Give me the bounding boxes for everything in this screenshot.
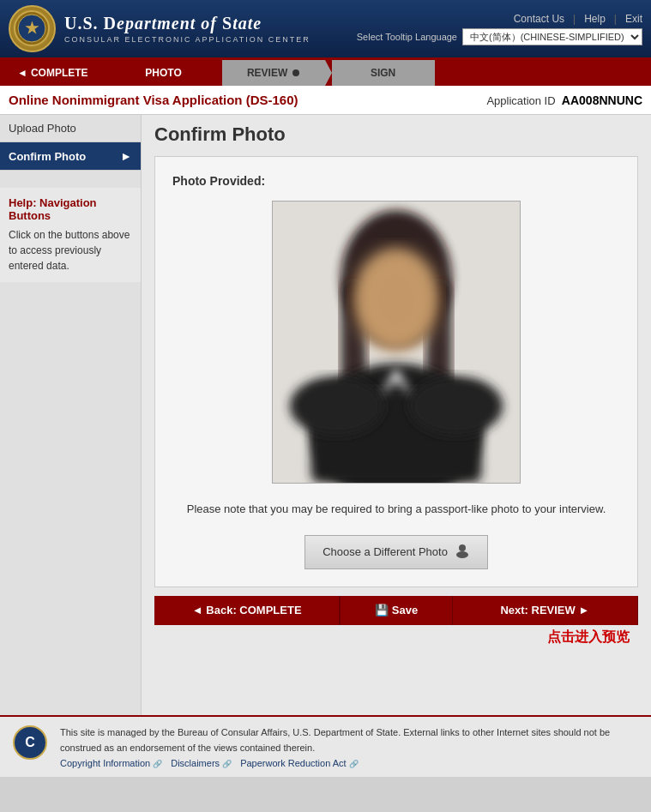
svg-point-12 — [290, 376, 383, 436]
footer-logo-text: C — [25, 735, 35, 750]
disclaimers-link[interactable]: Disclaimers 🔗 — [171, 758, 232, 768]
app-id-label: Application ID — [486, 94, 555, 107]
ext-icon-3: 🔗 — [349, 760, 359, 768]
save-button[interactable]: 💾 Save — [340, 596, 452, 625]
main-content: Confirm Photo Photo Provided: — [142, 115, 651, 715]
sidebar-item-confirm-photo[interactable]: Confirm Photo ► — [0, 142, 141, 171]
agency-name: U.S. Department of State CONSULAR ELECTR… — [64, 14, 310, 44]
tooltip-language-select[interactable]: 中文(简体）(CHINESE-SIMPLIFIED) — [462, 28, 642, 45]
exit-link[interactable]: Exit — [625, 13, 642, 25]
sidebar-spacer — [0, 171, 141, 188]
svg-text:★: ★ — [25, 20, 39, 37]
us-seal: ★ — [9, 5, 56, 52]
form-title: Online Nonimmigrant Visa Application (DS… — [9, 93, 298, 107]
main-layout: Upload Photo Confirm Photo ► Help: Navig… — [0, 115, 651, 715]
header-right: Contact Us | Help | Exit Select Tooltip … — [357, 13, 642, 45]
sidebar-upload-label: Upload Photo — [9, 122, 76, 135]
site-header: ★ U.S. Department of State CONSULAR ELEC… — [0, 0, 651, 60]
sidebar-confirm-label: Confirm Photo — [9, 150, 86, 163]
tab-photo[interactable]: PHOTO — [112, 60, 215, 86]
footer-main-text: This site is managed by the Bureau of Co… — [60, 725, 638, 755]
footer-content: This site is managed by the Bureau of Co… — [60, 725, 638, 768]
tab-photo-label: PHOTO — [145, 67, 181, 79]
copyright-link[interactable]: Copyright Information 🔗 — [60, 758, 162, 768]
person-svg — [273, 201, 520, 484]
page-heading: Confirm Photo — [154, 123, 638, 146]
sidebar-item-upload-photo[interactable]: Upload Photo — [0, 115, 141, 142]
tab-sign-label: SIGN — [371, 67, 395, 79]
save-icon: 💾 — [375, 604, 389, 617]
back-label: ◄ Back: COMPLETE — [192, 604, 302, 617]
save-label: Save — [392, 604, 418, 617]
tab-complete-divider — [105, 60, 112, 86]
tooltip-row: Select Tooltip Language 中文(简体）(CHINESE-S… — [357, 28, 642, 45]
svg-point-14 — [459, 544, 466, 551]
note-text: Please note that you may be required to … — [172, 501, 620, 518]
tab-review[interactable]: REVIEW — [222, 60, 325, 86]
footer-logo: C — [13, 725, 47, 760]
tab-review-divider — [325, 60, 332, 86]
tab-complete-label: COMPLETE — [31, 67, 88, 79]
photo-label: Photo Provided: — [172, 174, 620, 188]
header-links: Contact Us | Help | Exit — [514, 13, 642, 25]
chevron-right-icon: ► — [120, 149, 132, 163]
tab-review-label: REVIEW — [247, 67, 287, 79]
next-label: Next: REVIEW ► — [500, 604, 589, 617]
sidebar: Upload Photo Confirm Photo ► Help: Navig… — [0, 115, 142, 715]
help-link[interactable]: Help — [584, 13, 606, 25]
agency-title: U.S. Department of State — [64, 14, 310, 33]
paperwork-link[interactable]: Paperwork Reduction Act 🔗 — [240, 758, 359, 768]
tab-review-dot — [292, 69, 299, 76]
choose-different-photo-button[interactable]: Choose a Different Photo — [304, 535, 488, 569]
person-icon — [455, 543, 470, 562]
next-button[interactable]: Next: REVIEW ► — [453, 596, 638, 625]
agency-subtitle: CONSULAR ELECTRONIC APPLICATION CENTER — [64, 35, 310, 44]
tab-photo-divider — [215, 60, 222, 86]
svg-point-15 — [456, 551, 468, 558]
tab-sign[interactable]: SIGN — [332, 60, 435, 86]
choose-photo-section: Choose a Different Photo — [172, 535, 620, 569]
photo-image — [272, 201, 521, 484]
tab-complete-arrow: ◄ — [17, 67, 27, 79]
footer-links: Copyright Information 🔗 Disclaimers 🔗 Pa… — [60, 758, 638, 768]
navigation-tabs: ◄ COMPLETE PHOTO REVIEW SIGN — [0, 60, 651, 86]
photo-display — [172, 201, 620, 484]
photo-card: Photo Provided: — [154, 156, 638, 587]
svg-point-13 — [409, 376, 503, 436]
ext-icon-2: 🔗 — [222, 760, 232, 768]
app-id-value: AA008NNUNC — [562, 93, 642, 107]
choose-photo-label: Choose a Different Photo — [322, 545, 448, 558]
header-branding: ★ U.S. Department of State CONSULAR ELEC… — [9, 5, 310, 52]
photo-label-text: Photo Provided: — [172, 174, 265, 188]
help-title-bold: Help: — [9, 196, 37, 209]
svg-point-8 — [353, 249, 438, 351]
contact-link[interactable]: Contact Us — [514, 13, 564, 25]
bottom-nav: ◄ Back: COMPLETE 💾 Save Next: REVIEW ► — [154, 596, 638, 625]
help-title: Help: Navigation Buttons — [9, 196, 132, 222]
site-footer: C This site is managed by the Bureau of … — [0, 715, 651, 777]
application-id: Application ID AA008NNUNC — [486, 93, 642, 107]
page-title-bar: Online Nonimmigrant Visa Application (DS… — [0, 86, 651, 115]
back-button[interactable]: ◄ Back: COMPLETE — [154, 596, 340, 625]
tooltip-label: Select Tooltip Language — [357, 32, 457, 42]
ext-icon-1: 🔗 — [153, 760, 162, 768]
preview-text: 点击进入预览 — [154, 625, 638, 650]
help-box: Help: Navigation Buttons Click on the bu… — [0, 188, 141, 282]
tab-complete[interactable]: ◄ COMPLETE — [0, 60, 105, 86]
help-text: Click on the buttons above to access pre… — [9, 227, 132, 274]
